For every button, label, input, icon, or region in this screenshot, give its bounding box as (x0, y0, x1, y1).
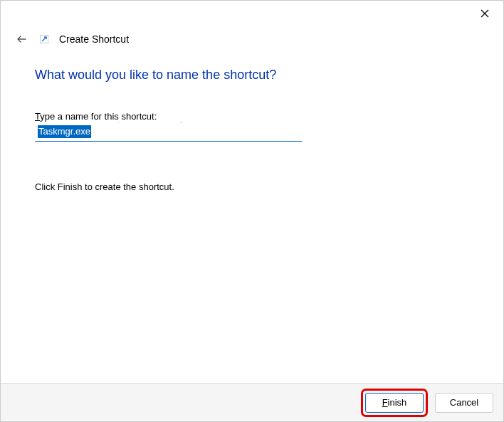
back-arrow-icon (16, 33, 28, 46)
shortcut-name-label: Type a name for this shortcut: (35, 111, 469, 122)
shortcut-name-input[interactable] (35, 123, 302, 142)
back-button[interactable] (15, 32, 29, 46)
content-area: What would you like to name the shortcut… (1, 68, 503, 383)
close-icon (481, 9, 489, 18)
header-row: Create Shortcut (1, 26, 503, 46)
footer-button-bar: Finish Cancel (1, 383, 503, 421)
finish-button[interactable]: Finish (365, 393, 424, 413)
shortcut-name-input-wrapper: Taskmgr.exe (35, 123, 302, 142)
titlebar (1, 1, 503, 26)
finish-highlight-box: Finish (361, 389, 428, 417)
close-button[interactable] (476, 5, 493, 22)
cancel-button[interactable]: Cancel (435, 393, 493, 413)
shortcut-icon (39, 34, 49, 44)
create-shortcut-wizard-window: Create Shortcut What would you like to n… (1, 1, 503, 421)
page-heading: What would you like to name the shortcut… (35, 68, 469, 83)
instruction-text: Click Finish to create the shortcut. (35, 181, 469, 192)
wizard-title: Create Shortcut (59, 33, 129, 45)
